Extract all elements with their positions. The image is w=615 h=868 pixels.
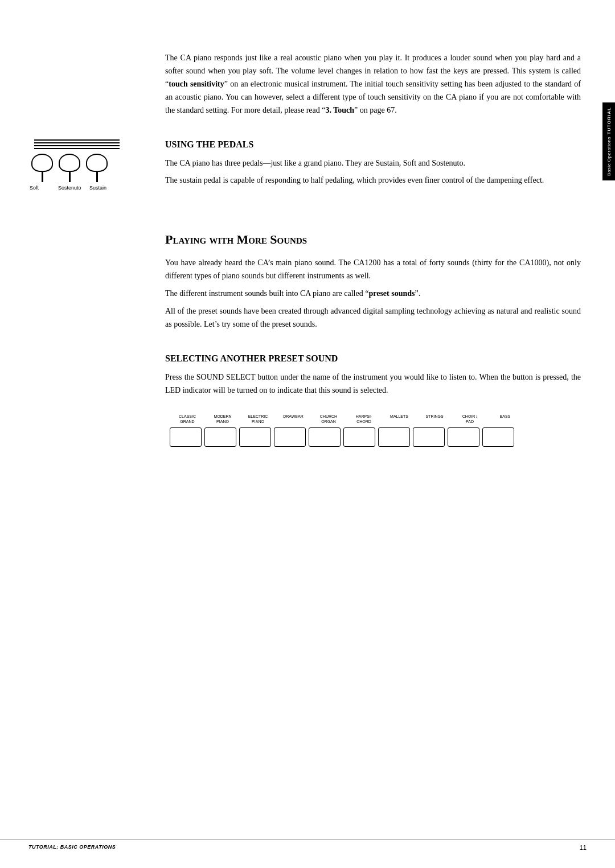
sound-button-mallets[interactable] xyxy=(378,427,410,447)
sound-button-classic-grand[interactable] xyxy=(170,427,202,447)
playing-heading: Playing with More Sounds xyxy=(165,232,581,247)
pedal-line-4 xyxy=(34,148,120,149)
pedal-sostenuto-stem xyxy=(69,172,71,182)
sound-label-strings: STRINGS xyxy=(417,414,452,424)
playing-section: Playing with More Sounds You have alread… xyxy=(0,232,615,331)
side-tab-tutorial-label: TUTORIAL xyxy=(606,107,612,134)
playing-paragraph1: You have already heard the CA’s main pia… xyxy=(165,256,581,282)
selecting-bold-text: Press the SOUND SELECT button under the … xyxy=(165,373,477,381)
selecting-paragraph: Press the SOUND SELECT button under the … xyxy=(165,371,581,397)
pedal-label-sostenuto: Sostenuto xyxy=(58,185,89,191)
sound-label-harpsi-chord: HARPSI-CHORD xyxy=(346,414,382,424)
pedals-image-area: Soft Sostenuto Sustain xyxy=(28,139,142,191)
footer-left-text: Tutorial: Basic Operations xyxy=(28,844,116,851)
sound-label-classic-grand: CLASSICGRAND xyxy=(170,414,205,424)
sound-buttons-labels-row: CLASSICGRAND MODERNPIANO ELECTRICPIANO D… xyxy=(170,414,581,424)
footer: Tutorial: Basic Operations 11 xyxy=(0,839,615,851)
playing-paragraph3: All of the preset sounds have been creat… xyxy=(165,305,581,331)
pedal-sustain xyxy=(86,154,108,182)
pedal-sostenuto xyxy=(59,154,80,182)
pedal-sostenuto-shape xyxy=(59,154,80,172)
footer-page-number: 11 xyxy=(580,844,587,851)
intro-section: The CA piano responds just like a real a… xyxy=(165,51,581,117)
sound-button-choir-pad[interactable] xyxy=(448,427,479,447)
pedal-sustain-stem xyxy=(96,172,98,182)
sound-label-drawbar: DRAWBAR xyxy=(276,414,311,424)
pedal-soft xyxy=(31,154,53,182)
pedals-paragraph2: The sustain pedal is capable of respondi… xyxy=(165,174,581,187)
sound-label-choir-pad: CHOIR /PAD xyxy=(452,414,487,424)
pedals-heading: Using the Pedals xyxy=(165,139,581,150)
selecting-heading: Selecting Another Preset Sound xyxy=(165,353,581,364)
sound-label-church-organ: CHURCHORGAN xyxy=(311,414,346,424)
pedal-soft-stem xyxy=(42,172,43,182)
intro-paragraph: The CA piano responds just like a real a… xyxy=(165,51,581,117)
pedal-line-3 xyxy=(34,145,120,146)
sound-button-drawbar[interactable] xyxy=(274,427,306,447)
selecting-content: Selecting Another Preset Sound Press the… xyxy=(165,353,581,446)
sound-button-modern-piano[interactable] xyxy=(204,427,236,447)
sound-button-harpsi-chord[interactable] xyxy=(343,427,375,447)
selecting-section: Selecting Another Preset Sound Press the… xyxy=(0,353,615,446)
playing-paragraph2: The different instrument sounds built in… xyxy=(165,287,581,300)
sound-button-bass[interactable] xyxy=(482,427,514,447)
pedals-text-content: Using the Pedals The CA piano has three … xyxy=(165,139,581,186)
pedal-label-soft: Soft xyxy=(30,185,54,191)
pedal-labels: Soft Sostenuto Sustain xyxy=(30,185,142,191)
pedal-lines-decoration xyxy=(34,139,142,149)
playing-heading-text: Playing with More Sounds xyxy=(165,232,307,246)
sound-buttons-row xyxy=(170,427,581,447)
pedals-section: Soft Sostenuto Sustain Using the Pedals … xyxy=(0,139,615,186)
pedal-label-sustain: Sustain xyxy=(89,185,106,191)
pedals-paragraph1: The CA piano has three pedals—just like … xyxy=(165,157,581,170)
sound-label-electric-piano: ELECTRICPIANO xyxy=(240,414,276,424)
sound-label-modern-piano: MODERNPIANO xyxy=(205,414,240,424)
pedal-soft-shape xyxy=(31,154,53,172)
pedals-shapes-row xyxy=(31,154,142,182)
sound-button-electric-piano[interactable] xyxy=(239,427,271,447)
pedal-sustain-shape xyxy=(86,154,108,172)
playing-content: Playing with More Sounds You have alread… xyxy=(165,232,581,331)
sound-label-bass: BASS xyxy=(487,414,523,424)
sound-label-mallets: MALLETS xyxy=(382,414,417,424)
sound-button-church-organ[interactable] xyxy=(309,427,341,447)
page: TUTORIAL Basic Operations The CA piano r… xyxy=(0,0,615,868)
sound-buttons-area: CLASSICGRAND MODERNPIANO ELECTRICPIANO D… xyxy=(165,414,581,446)
pedal-line-2 xyxy=(34,142,120,143)
pedal-line-1 xyxy=(34,139,120,141)
sound-button-strings[interactable] xyxy=(413,427,445,447)
